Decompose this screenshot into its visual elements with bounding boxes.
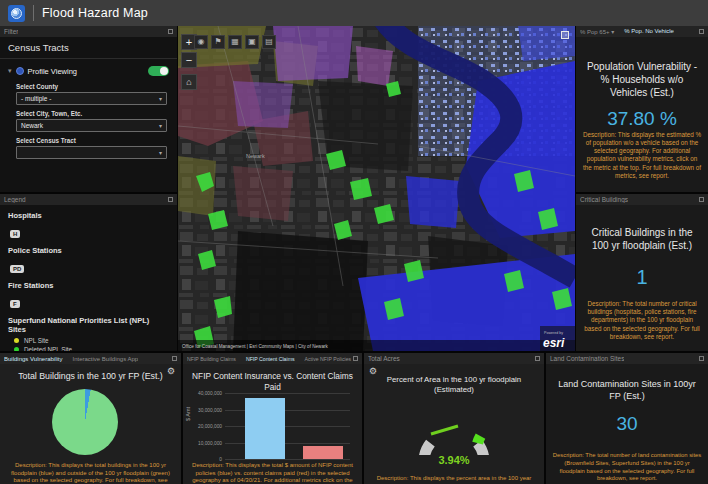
chevron-down-icon: ▾ (159, 122, 162, 129)
filter-toggle-row: ▾ Profile Viewing (0, 59, 177, 78)
nfip-chart-title: NFIP Content Insurance vs. Content Claim… (191, 371, 354, 393)
chevron-down-icon[interactable]: ▾ (8, 67, 12, 75)
legend-item-deleted-npl: Deleted NPL Site (0, 345, 177, 351)
map-place-label: Newark (246, 153, 265, 159)
tab-pop-no-vehicle[interactable]: % Pop. No Vehicle (624, 28, 674, 35)
home-button[interactable]: ⌂ (181, 74, 197, 90)
zoom-out-button[interactable]: − (181, 52, 197, 68)
y-tick: 0 (219, 457, 222, 462)
svg-text:Powered by: Powered by (544, 331, 563, 335)
globe-icon (11, 8, 22, 19)
filter-panel-header: Filter (0, 26, 177, 37)
map-attribution: Office for Coastal Management | Esri Com… (182, 344, 328, 349)
legend-item-npl: NPL Site (0, 336, 177, 345)
filter-panel: Filter Census Tracts ▾ Profile Viewing S… (0, 26, 177, 192)
nfip-panel: NFIP Building Claims NFIP Content Claims… (183, 353, 362, 484)
expand-icon[interactable] (699, 197, 704, 202)
critical-value: 1 (576, 266, 708, 289)
population-description: Description: This displays the estimated… (582, 131, 702, 180)
expand-icon[interactable] (353, 356, 358, 361)
population-vulnerability-panel: % Pop 65+ ▾ % Pop. No Vehicle Population… (576, 26, 708, 192)
legend-panel-title: Legend (4, 196, 26, 203)
tab-pop-65[interactable]: % Pop 65+ ▾ (580, 28, 614, 35)
tab-interactive-buildings-app[interactable]: Interactive Buildings App (72, 356, 138, 362)
tab-nfip-building-claims[interactable]: NFIP Building Claims (187, 356, 236, 362)
population-title: Population Vulnerability - % Households … (584, 60, 700, 99)
buildings-pie-panel: Buildings Vulnerability Interactive Buil… (0, 353, 181, 484)
gauge-value: 3.94% (364, 454, 544, 466)
chevron-down-icon: ▾ (159, 149, 162, 156)
critical-panel-header: Critical Buildings (576, 194, 708, 205)
legend-superfund-title: Superfund National Priorities List (NPL)… (0, 310, 177, 336)
legend-panel: Legend Hospitals H Police Stations PD Fi… (0, 194, 177, 351)
expand-icon[interactable] (168, 197, 173, 202)
critical-buildings-panel: Critical Buildings Critical Buildings in… (576, 194, 708, 351)
land-panel-header: Land Contamination Sites (546, 353, 708, 364)
filter-layer-icon (16, 67, 24, 75)
map[interactable]: Newark Office for Coastal Management | E… (178, 26, 575, 351)
city-value: Newark (21, 122, 43, 129)
city-select[interactable]: Newark ▾ (16, 119, 167, 132)
filter-toggle-label: Profile Viewing (28, 67, 144, 76)
city-field: Select City, Town, Etc. Newark ▾ (0, 105, 177, 132)
map-tool-legend-icon[interactable]: ◉ (194, 35, 208, 49)
tract-label: Select Census Tract (16, 137, 167, 144)
buildings-pie-chart[interactable] (52, 389, 118, 455)
y-tick: 30,000,000 (198, 407, 222, 412)
percent-area-gauge-panel: Total Acres ⚙ Percent of Area in the 100… (364, 353, 544, 484)
nfip-bar-chart[interactable]: 40,000,000 30,000,000 20,000,000 10,000,… (225, 393, 350, 459)
land-value: 30 (546, 413, 708, 435)
map-tool-layers-icon[interactable]: ▣ (245, 35, 259, 49)
expand-icon[interactable] (699, 29, 704, 34)
nfip-panel-header: NFIP Building Claims NFIP Content Claims… (183, 353, 362, 364)
app-header: Flood Hazard Map (0, 0, 708, 26)
fire-icon: F (10, 300, 20, 308)
expand-icon[interactable] (168, 29, 173, 34)
county-select[interactable]: - multiple - ▾ (16, 92, 167, 105)
filter-toggle[interactable] (148, 66, 169, 76)
legend-panel-header: Legend (0, 194, 177, 205)
gauge-chart[interactable] (414, 397, 494, 455)
header-divider (33, 5, 34, 21)
bar-content-insurance[interactable] (245, 398, 285, 459)
map-expand-icon[interactable] (561, 31, 569, 39)
city-label: Select City, Town, Etc. (16, 110, 167, 117)
expand-icon[interactable] (172, 356, 177, 361)
hospital-icon: H (10, 230, 20, 238)
svg-text:esri: esri (543, 336, 565, 350)
critical-description: Description: The total number of critica… (582, 300, 702, 341)
bar-content-claims-paid[interactable] (303, 446, 343, 459)
land-title: Land Contamination Sites in 100yr FP (Es… (554, 379, 700, 402)
gauge-title: Percent of Area in the 100 yr floodplain… (372, 375, 536, 395)
buildings-description: Description: This displays the total bui… (6, 462, 175, 484)
tab-nfip-content-claims[interactable]: NFIP Content Claims (246, 356, 295, 362)
expand-icon[interactable] (699, 356, 704, 361)
population-value: 37.80 % (576, 108, 708, 130)
legend-fire-title: Fire Stations (0, 275, 177, 292)
county-field: Select County - multiple - ▾ (0, 78, 177, 105)
buildings-pie-title: Total Buildings in the 100 yr FP (Est.) (8, 371, 173, 382)
county-label: Select County (16, 83, 167, 90)
toggle-knob (160, 67, 168, 75)
filter-panel-title: Filter (4, 28, 18, 35)
filter-subtitle: Census Tracts (0, 37, 177, 59)
nfip-y-axis-label: $ Amt (185, 407, 191, 421)
expand-icon[interactable] (535, 356, 540, 361)
deleted-npl-dot-icon (14, 347, 19, 351)
dashboard: Flood Hazard Map Filter Census Tracts ▾ … (0, 0, 708, 484)
land-description: Description: The total number of land co… (552, 452, 702, 483)
tract-select[interactable]: ▾ (16, 146, 167, 159)
chevron-down-icon: ▾ (611, 29, 614, 35)
esri-logo: Powered by esri (540, 326, 575, 351)
land-contamination-panel: Land Contamination Sites Land Contaminat… (546, 353, 708, 484)
y-tick: 10,000,000 (198, 440, 222, 445)
map-tool-basemap-icon[interactable]: ▦ (228, 35, 242, 49)
legend-police-title: Police Stations (0, 240, 177, 257)
app-title: Flood Hazard Map (42, 6, 148, 20)
tab-buildings-vulnerability[interactable]: Buildings Vulnerability (4, 356, 62, 362)
map-tool-details-icon[interactable]: ▤ (262, 35, 276, 49)
map-canvas[interactable]: Newark Office for Coastal Management | E… (178, 26, 575, 351)
tab-active-nfip-policies[interactable]: Active NFIP Policies (305, 356, 352, 362)
npl-site-dot-icon (14, 338, 19, 343)
map-tool-bookmark-icon[interactable]: ⚑ (211, 35, 225, 49)
